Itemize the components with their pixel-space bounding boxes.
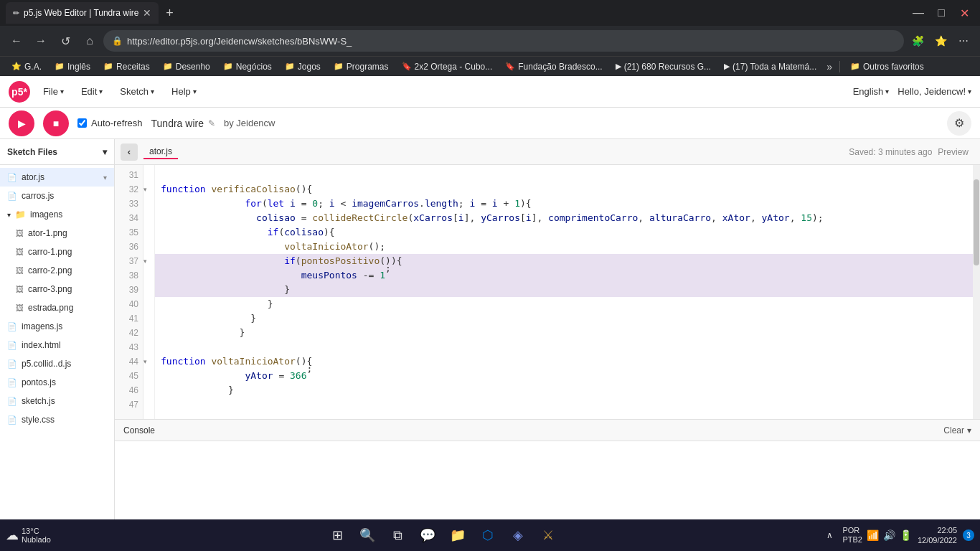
code-content[interactable]: function verificaColisao(){ for(let i = …: [155, 165, 973, 419]
favorites-button[interactable]: ⭐: [930, 30, 951, 52]
refresh-button[interactable]: ↺: [55, 30, 76, 52]
file-label-p5collid: p5.collid..d.js: [22, 359, 71, 369]
sketch-edit-icon[interactable]: ✎: [208, 118, 215, 128]
p5-header-right: English ▾ Hello, Jeidencw! ▾: [853, 86, 971, 97]
wifi-icon[interactable]: 📶: [867, 529, 879, 541]
menu-edit[interactable]: Edit ▾: [74, 83, 110, 100]
sidebar-item-stylecss[interactable]: 📄 style.css: [0, 410, 114, 429]
weather-widget[interactable]: ☁ 13°C Nublado: [6, 527, 63, 544]
bookmark-jogos[interactable]: 📁 Jogos: [279, 59, 326, 75]
bookmark-ga[interactable]: ⭐ G.A.: [6, 59, 47, 75]
window-close-btn[interactable]: ✕: [954, 3, 974, 23]
extensions-button[interactable]: 🧩: [907, 30, 928, 52]
menu-file[interactable]: File ▾: [36, 83, 71, 100]
sidebar-item-indexhtml[interactable]: 📄 index.html: [0, 336, 114, 354]
task-view-button[interactable]: ⧉: [385, 522, 410, 548]
bookmark-bradesco-icon: 🔖: [505, 62, 515, 71]
code-line-44: function voltaInicioAtor(){: [155, 354, 973, 369]
file-label-carros: carros.js: [22, 191, 54, 201]
sidebar-item-atorjs[interactable]: 📄 ator.js ▾: [0, 168, 114, 187]
p5-toolbar: ▶ ■ Auto-refresh Tundra wire ✎ by Jeiden…: [0, 108, 980, 139]
start-icon: ⊞: [332, 527, 343, 543]
bookmark-desenho[interactable]: 📁 Desenho: [157, 59, 216, 75]
weather-icon: ☁: [6, 527, 19, 543]
settings-browser-button[interactable]: ⋯: [953, 30, 974, 52]
sidebar-item-sketchjs[interactable]: 📄 sketch.js: [0, 392, 114, 410]
search-button[interactable]: 🔍: [354, 522, 380, 548]
p5-logo[interactable]: p5*: [9, 81, 30, 103]
menu-help[interactable]: Help ▾: [164, 83, 204, 100]
chat-button[interactable]: 💬: [415, 522, 440, 548]
fold-44[interactable]: ▾: [143, 354, 154, 369]
auto-refresh-checkbox[interactable]: [77, 118, 87, 128]
fold-32[interactable]: ▾: [143, 182, 154, 197]
files-button[interactable]: 📁: [445, 522, 471, 548]
menu-sketch[interactable]: Sketch ▾: [113, 83, 161, 100]
edge-button[interactable]: ⬡: [475, 522, 501, 548]
back-button[interactable]: ←: [6, 30, 27, 52]
home-button[interactable]: ⌂: [79, 30, 100, 52]
scroll-track[interactable]: [973, 165, 980, 419]
notification-badge[interactable]: 3: [963, 529, 974, 541]
user-greeting[interactable]: Hello, Jeidencw! ▾: [897, 86, 971, 97]
fold-37[interactable]: ▾: [143, 254, 154, 268]
bookmark-ortega[interactable]: 🔖 2x2 Ortega - Cubo...: [396, 59, 499, 75]
collapse-sidebar-button[interactable]: ‹: [121, 143, 138, 161]
sidebar-item-carrosjs[interactable]: 📄 carros.js: [0, 187, 114, 205]
console-body[interactable]: [115, 441, 980, 519]
forward-button[interactable]: →: [30, 30, 52, 52]
bookmark-bradesco[interactable]: 🔖 Fundação Bradesco...: [499, 59, 608, 75]
console-title: Console: [123, 425, 938, 435]
language-selector[interactable]: English ▾: [853, 86, 890, 97]
active-tab[interactable]: ✏ p5.js Web Editor | Tundra wire ✕: [6, 2, 159, 24]
code-line-46: }: [155, 383, 973, 397]
sidebar-item-imagens[interactable]: ▾ 📁 imagens: [0, 205, 114, 224]
settings-button[interactable]: ⚙: [947, 111, 971, 136]
console-header: Console Clear ▾: [115, 420, 980, 441]
window-minimize-btn[interactable]: —: [908, 3, 928, 23]
start-button[interactable]: ⊞: [324, 522, 350, 548]
editor-tab-atorjs[interactable]: ator.js: [143, 145, 178, 159]
bookmark-outros[interactable]: 📁 Outros favoritos: [844, 59, 930, 75]
bookmark-negocios[interactable]: 📁 Negócios: [217, 59, 278, 75]
stop-button[interactable]: ■: [43, 110, 69, 136]
sidebar-item-carro2png[interactable]: 🖼 carro-2.png: [0, 261, 114, 280]
date-display: 12/09/2022: [918, 536, 957, 545]
play-button[interactable]: ▶: [9, 110, 34, 136]
bookmark-programas[interactable]: 📁 Programas: [328, 59, 395, 75]
battery-icon[interactable]: 🔋: [900, 529, 912, 541]
auto-refresh-toggle[interactable]: Auto-refresh: [77, 118, 143, 128]
bookmark-recursos[interactable]: ▶ (21) 680 Recursos G...: [610, 59, 717, 75]
bookmark-matematica[interactable]: ▶ (17) Toda a Matemá...: [718, 59, 822, 75]
sidebar-chevron[interactable]: ▾: [103, 147, 107, 157]
bookmark-recursos-icon: ▶: [616, 62, 621, 71]
scroll-thumb[interactable]: [974, 179, 979, 265]
tab-close-btn[interactable]: ✕: [143, 7, 151, 19]
code-line-45: yAtor = 366;: [155, 369, 973, 383]
file-label-atorjs: ator.js: [22, 172, 44, 182]
bookmark-ortega-icon: 🔖: [402, 62, 412, 71]
browser-nav: ← → ↺ ⌂ 🔒 https://editor.p5js.org/Jeiden…: [0, 26, 980, 56]
clock[interactable]: 22:05 12/09/2022: [918, 525, 957, 546]
console-panel: Console Clear ▾: [115, 419, 980, 519]
sidebar-item-imagensjs[interactable]: 📄 imagens.js: [0, 317, 114, 336]
sidebar-item-estradapng[interactable]: 🖼 estrada.png: [0, 298, 114, 317]
volume-icon[interactable]: 🔊: [883, 529, 895, 541]
tab-title: p5.js Web Editor | Tundra wire: [24, 8, 138, 18]
system-tray-expand[interactable]: ∧: [822, 522, 837, 548]
sidebar-item-carro1png[interactable]: 🖼 carro-1.png: [0, 242, 114, 261]
window-maximize-btn[interactable]: □: [931, 3, 951, 23]
weather-desc: Nublado: [22, 535, 51, 544]
sidebar-item-pontosjs[interactable]: 📄 pontos.js: [0, 373, 114, 392]
clear-button[interactable]: Clear ▾: [943, 425, 971, 435]
lol-button[interactable]: ⚔: [535, 522, 561, 548]
bookmark-receitas[interactable]: 📁 Receitas: [98, 59, 156, 75]
bookmark-ingles[interactable]: 📁 Inglês: [49, 59, 96, 75]
address-bar[interactable]: 🔒 https://editor.p5js.org/Jeidencw/sketc…: [103, 30, 904, 52]
bookmarks-more-btn[interactable]: »: [824, 61, 835, 72]
discord-button[interactable]: ◈: [505, 522, 531, 548]
sidebar-item-ator1png[interactable]: 🖼 ator-1.png: [0, 224, 114, 242]
sidebar-item-p5collid[interactable]: 📄 p5.collid..d.js: [0, 354, 114, 373]
sidebar-item-carro3png[interactable]: 🖼 carro-3.png: [0, 280, 114, 298]
new-tab-button[interactable]: +: [161, 6, 178, 21]
